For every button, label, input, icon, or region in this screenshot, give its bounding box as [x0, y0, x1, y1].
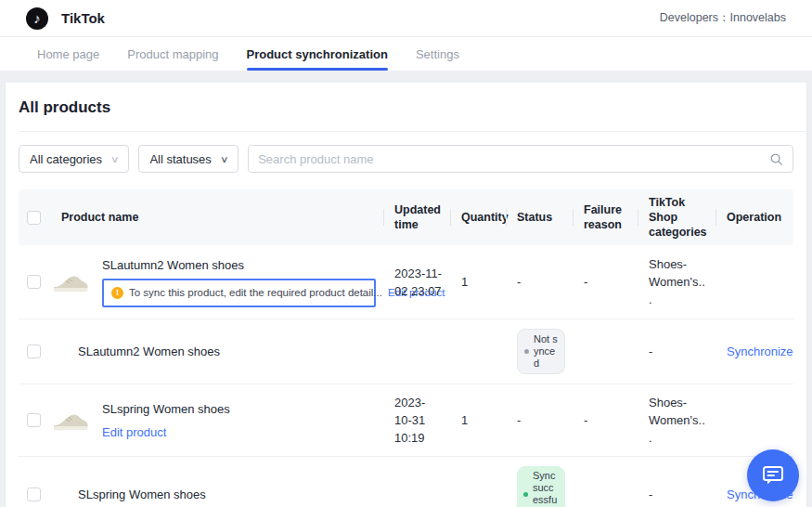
status-dot-icon: [524, 349, 529, 354]
operation: [715, 384, 793, 456]
row-checkbox[interactable]: [27, 488, 41, 501]
row-checkbox[interactable]: [27, 275, 41, 289]
sync-warning-box: ! To sync this product, edit the require…: [102, 279, 376, 307]
quantity: 1: [450, 384, 506, 456]
status-dot-icon: [523, 492, 528, 497]
top-header: ♪ TikTok Developers：Innovelabs: [0, 0, 812, 37]
category-filter-dropdown[interactable]: All categories ∨: [19, 145, 129, 173]
shop-categories: Shoes-Women's...: [638, 245, 715, 318]
table-row: SLautumn2 Women shoes ! To sync this pro…: [19, 245, 793, 319]
col-operation: Operation: [715, 189, 793, 245]
table-row: SLspring Women shoes Sync successful - S…: [19, 457, 793, 507]
table-row: SLautumn2 Women shoes Not synced - Synch…: [19, 319, 793, 384]
failure-reason: [573, 319, 638, 384]
status-badge: Not synced: [517, 329, 565, 374]
product-name: SLspring Women shoes: [102, 400, 376, 418]
tab-product-synchronization[interactable]: Product synchronization: [247, 37, 388, 71]
edit-product-link[interactable]: Edit product: [102, 423, 166, 441]
page-title: All products: [19, 98, 793, 118]
app-window: ♪ TikTok Developers：Innovelabs Home page…: [0, 0, 812, 507]
shop-categories: -: [638, 319, 715, 384]
failure-reason: -: [573, 384, 638, 456]
products-table: Product name Updated time Quantity Statu…: [19, 189, 793, 507]
product-image: [52, 269, 89, 294]
table-header-row: Product name Updated time Quantity Statu…: [19, 189, 793, 245]
updated-time: [383, 319, 450, 384]
status-badge: Sync successful: [517, 466, 565, 507]
status: -: [506, 384, 573, 456]
brand-title: TikTok: [61, 10, 105, 26]
col-tiktok-shop-categories: TikTok Shop categories: [638, 189, 715, 245]
status: -: [506, 245, 573, 318]
col-failure-reason: Failure reason: [573, 189, 638, 245]
status: Sync successful: [506, 457, 573, 507]
operation: Synchronize: [715, 319, 801, 384]
tab-product-mapping[interactable]: Product mapping: [127, 37, 218, 71]
select-all-checkbox[interactable]: [27, 211, 41, 225]
operation: [715, 245, 793, 318]
warning-text: To sync this product, edit the required …: [129, 284, 382, 302]
search-input[interactable]: [258, 152, 769, 166]
table-row: SLspring Women shoes Edit product 2023-1…: [19, 384, 793, 457]
shop-categories: Shoes-Women's...: [638, 384, 715, 456]
quantity: 1: [450, 245, 506, 318]
chevron-down-icon: ∨: [110, 154, 120, 164]
quantity: [450, 457, 506, 507]
chevron-down-icon: ∨: [220, 154, 229, 164]
filter-bar: All categories ∨ All statuses ∨: [19, 145, 793, 173]
search-box[interactable]: [248, 145, 793, 173]
search-icon: [769, 152, 783, 166]
quantity: [450, 319, 506, 384]
nav-tabs: Home page Product mapping Product synchr…: [0, 37, 812, 72]
failure-reason: [573, 457, 638, 507]
content-card: All products All categories ∨ All status…: [5, 83, 807, 507]
warning-icon: !: [111, 287, 123, 299]
status-filter-dropdown[interactable]: All statuses ∨: [138, 145, 238, 173]
status-filter-value: All statuses: [149, 152, 211, 166]
category-filter-value: All categories: [30, 152, 102, 166]
chat-button[interactable]: [747, 449, 799, 501]
chat-bubble-icon: [761, 464, 785, 487]
divider: [19, 131, 806, 132]
product-name: SLautumn2 Women shoes: [78, 343, 376, 360]
col-quantity: Quantity: [450, 189, 506, 245]
failure-reason: -: [573, 245, 638, 318]
product-name: SLspring Women shoes: [78, 486, 376, 503]
shop-categories: -: [638, 457, 715, 507]
product-image: [52, 408, 89, 433]
synchronize-link[interactable]: Synchronize: [727, 343, 793, 360]
status: Not synced: [506, 319, 573, 384]
tiktok-logo-icon: ♪: [26, 7, 48, 30]
updated-time: 2023-11-02 23:07: [383, 245, 450, 318]
product-name: SLautumn2 Women shoes: [102, 256, 376, 274]
row-checkbox[interactable]: [27, 344, 41, 358]
col-status: Status: [506, 189, 573, 245]
row-checkbox[interactable]: [27, 413, 41, 427]
col-updated-time: Updated time: [383, 189, 450, 245]
developer-account-label: Developers：Innovelabs: [660, 10, 786, 26]
tab-settings[interactable]: Settings: [416, 37, 459, 71]
updated-time: 2023-10-31 10:19: [383, 384, 450, 456]
updated-time: [383, 457, 450, 507]
tab-home-page[interactable]: Home page: [37, 37, 99, 71]
col-product-name: Product name: [50, 189, 383, 245]
